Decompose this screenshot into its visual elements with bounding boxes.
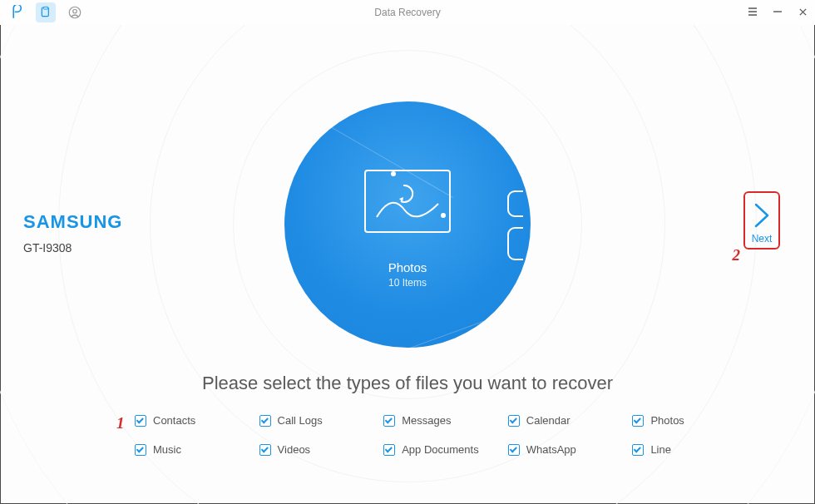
category-subcaption: 10 Items: [388, 277, 427, 289]
app-logo-icon[interactable]: [7, 2, 27, 22]
next-button[interactable]: Next: [743, 191, 780, 250]
file-type-checkbox[interactable]: Messages: [383, 414, 500, 427]
svg-rect-1: [43, 7, 47, 9]
file-type-checkbox[interactable]: WhatsApp: [508, 443, 625, 456]
file-type-label: App Documents: [402, 443, 479, 456]
annotation-step-1: 1: [116, 414, 125, 432]
file-type-label: WhatsApp: [526, 443, 576, 456]
checkbox-icon: [259, 415, 271, 427]
checkbox-icon: [135, 444, 146, 456]
file-type-checkbox[interactable]: App Documents: [383, 443, 500, 456]
checkbox-icon: [135, 415, 146, 427]
file-type-label: Line: [650, 443, 671, 456]
checkbox-icon: [632, 444, 644, 456]
file-type-checkbox[interactable]: Line: [632, 443, 748, 456]
file-type-label: Calendar: [526, 414, 570, 427]
file-type-checkbox[interactable]: Photos: [632, 414, 748, 427]
file-type-grid: ContactsCall LogsMessagesCalendarPhotosM…: [135, 414, 748, 456]
next-label: Next: [752, 233, 773, 245]
file-type-label: Music: [153, 443, 181, 456]
svg-point-5: [391, 171, 396, 176]
contact-circle-icon[interactable]: [65, 2, 85, 22]
checkbox-icon: [508, 415, 520, 427]
photo-icon: [363, 169, 452, 237]
instruction-text: Please select the types of files you wan…: [202, 373, 613, 394]
page-icon[interactable]: [36, 2, 56, 22]
checkbox-icon: [259, 444, 271, 456]
category-caption: Photos: [388, 260, 427, 274]
device-info: SAMSUNG GT-I9308: [23, 211, 122, 254]
adjacent-card-icon: [506, 190, 523, 261]
file-type-label: Photos: [650, 414, 684, 427]
device-model: GT-I9308: [23, 241, 122, 254]
svg-point-3: [73, 9, 77, 13]
checkbox-icon: [383, 444, 395, 456]
file-type-label: Call Logs: [278, 414, 323, 427]
menu-icon[interactable]: [747, 7, 758, 19]
checkbox-icon: [383, 415, 395, 427]
file-type-label: Videos: [278, 443, 311, 456]
annotation-step-2: 2: [733, 246, 741, 264]
category-dial[interactable]: Photos 10 Items: [284, 101, 531, 348]
file-type-checkbox[interactable]: Music: [135, 443, 251, 456]
svg-point-6: [441, 213, 446, 218]
file-type-checkbox[interactable]: Videos: [259, 443, 376, 456]
file-type-label: Contacts: [153, 414, 195, 427]
title-bar: Data Recovery: [0, 0, 815, 25]
device-brand: SAMSUNG: [23, 211, 122, 233]
checkbox-icon: [632, 415, 644, 427]
file-type-checkbox[interactable]: Contacts: [135, 414, 251, 427]
chevron-right-icon: [750, 200, 773, 231]
checkbox-icon: [508, 444, 520, 456]
close-button[interactable]: [797, 7, 808, 19]
window-title: Data Recovery: [374, 7, 440, 18]
file-type-checkbox[interactable]: Call Logs: [259, 414, 376, 427]
file-type-checkbox[interactable]: Calendar: [508, 414, 625, 427]
file-type-label: Messages: [402, 414, 451, 427]
minimize-button[interactable]: [772, 7, 783, 19]
